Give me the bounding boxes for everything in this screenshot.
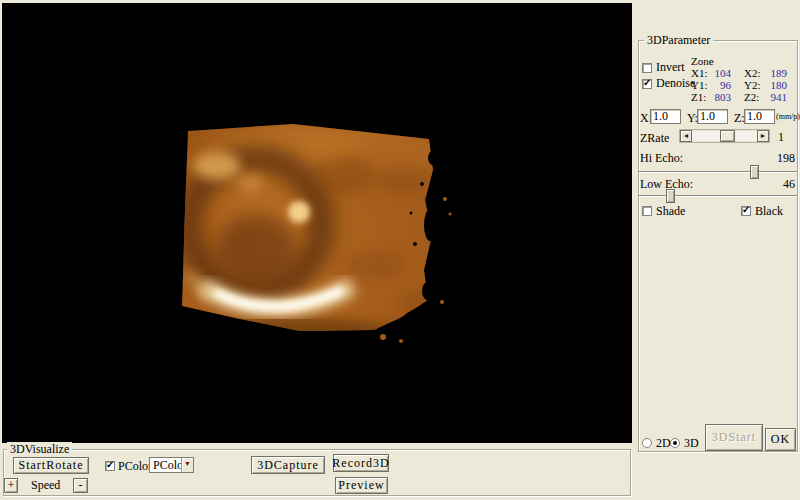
low-echo-slider-thumb[interactable] [666,189,675,203]
check-icon: ✓ [742,204,750,215]
radio-3d[interactable] [670,438,680,448]
z-scale-field[interactable] [744,109,775,124]
denoise-label: Denoise [656,76,695,91]
hi-echo-slider-track[interactable] [639,171,797,173]
preview-button[interactable]: Preview [335,477,388,494]
zone-z1-value: 803 [701,91,731,103]
shade-label: Shade [656,204,685,219]
parameter-groupbox: 3DParameter Invert ✓ Denoise Zone X1: 10… [638,40,798,452]
zone-y2-value: 180 [757,79,787,91]
black-label: Black [755,204,783,219]
parameter-panel: 3DParameter Invert ✓ Denoise Zone X1: 10… [633,0,800,500]
low-echo-slider[interactable] [639,189,797,203]
3dcapture-button[interactable]: 3DCapture [251,456,325,474]
radio-2d-label: 2D [656,436,671,451]
pcolor-label: PColor [118,459,152,474]
radio-dot-icon [673,441,677,445]
speed-label: Speed [31,478,60,493]
radio-3d-label: 3D [684,436,699,451]
visualize-groupbox: 3DVisualize StartRotate + Speed - ✓ PCol… [3,449,631,496]
render-viewport[interactable] [2,3,632,443]
zone-y1-value: 96 [701,79,731,91]
zrate-label: ZRate [640,131,669,146]
y-scale-field[interactable] [697,109,728,124]
speed-plus-button[interactable]: + [4,478,18,493]
check-icon: ✓ [106,459,114,470]
x-scale-field[interactable] [650,109,681,124]
zone-x1-value: 104 [701,67,731,79]
start-rotate-button[interactable]: StartRotate [13,457,89,474]
black-checkbox[interactable]: ✓ [741,206,751,216]
chevron-down-icon[interactable]: ▼ [181,458,193,472]
zrate-scroll-right-icon[interactable]: ► [757,130,769,142]
scale-unit-label: (mm/p) [776,112,800,121]
hi-echo-label: Hi Echo: [640,151,683,166]
3dstart-button[interactable]: 3DStart [705,424,763,451]
denoise-checkbox[interactable]: ✓ [642,79,652,89]
ultrasound-volume[interactable] [2,3,632,443]
invert-checkbox[interactable] [642,63,652,73]
zone-title: Zone [691,55,714,67]
visualize-group-title: 3DVisualize [7,442,72,457]
hi-echo-value: 198 [757,151,795,166]
pcolor-dropdown[interactable]: PColor ▼ [149,457,194,473]
zrate-scrollbar[interactable]: ◄ ► [679,129,770,143]
zrate-scroll-thumb[interactable] [720,130,735,142]
speed-minus-button[interactable]: - [73,478,88,493]
zone-z2-value: 941 [757,91,787,103]
ok-button[interactable]: OK [765,428,796,451]
record3d-button[interactable]: Record3D [333,454,389,472]
shade-checkbox[interactable] [642,206,652,216]
app-window: 3DParameter Invert ✓ Denoise Zone X1: 10… [0,0,800,500]
zone-x2-value: 189 [757,67,787,79]
parameter-group-title: 3DParameter [644,33,713,48]
check-icon: ✓ [643,77,651,88]
invert-label: Invert [656,60,685,75]
zrate-scroll-left-icon[interactable]: ◄ [680,130,692,142]
radio-2d[interactable] [642,438,652,448]
low-echo-slider-track[interactable] [639,195,797,197]
pcolor-checkbox[interactable]: ✓ [105,461,115,471]
zrate-value: 1 [778,130,784,145]
